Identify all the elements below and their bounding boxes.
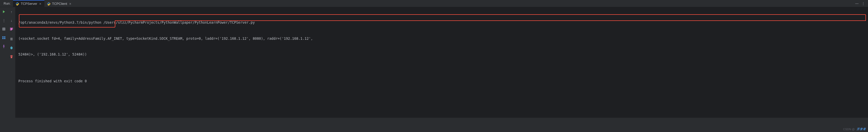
svg-point-1 <box>18 5 18 5</box>
run-toolbar-secondary: ↑ ↓ <box>8 7 15 118</box>
svg-point-3 <box>49 5 50 5</box>
svg-rect-7 <box>2 38 4 39</box>
soft-wrap-button[interactable] <box>9 27 14 32</box>
svg-point-9 <box>11 28 12 30</box>
more-actions-button[interactable]: ⋮ <box>1 18 6 23</box>
console-line: Process finished with exit code 0 <box>19 78 865 84</box>
close-icon[interactable]: × <box>39 2 42 6</box>
svg-rect-4 <box>2 28 5 31</box>
scroll-to-end-button[interactable] <box>9 37 14 42</box>
tab-label: TCPClient <box>52 2 67 6</box>
run-toolbar-primary: ⋮ <box>0 7 8 118</box>
python-file-icon <box>47 2 51 6</box>
pin-button[interactable] <box>1 44 6 49</box>
svg-point-2 <box>48 2 48 3</box>
layout-button[interactable] <box>1 35 6 40</box>
svg-point-0 <box>17 2 17 3</box>
python-file-icon <box>16 2 19 6</box>
tab-tcpserver[interactable]: TCPServer × <box>13 0 44 7</box>
rerun-button[interactable] <box>1 9 6 14</box>
print-button[interactable] <box>9 45 14 51</box>
more-icon[interactable]: ⋮ <box>862 2 865 5</box>
minimize-icon[interactable]: — <box>855 2 859 5</box>
svg-rect-8 <box>4 38 5 39</box>
console-line: /opt/anaconda3/envs/Python3.7/bin/python… <box>19 20 865 25</box>
console-line: (<socket.socket fd=4, family=AddressFami… <box>19 36 865 41</box>
scroll-up-button[interactable]: ↑ <box>9 9 14 14</box>
clear-all-button[interactable] <box>9 54 14 59</box>
run-panel-body: ⋮ ↑ ↓ /opt/anaconda3/envs/Python3.7/bin/… <box>0 7 868 118</box>
close-icon[interactable]: × <box>69 2 72 6</box>
run-label: Run: <box>0 2 13 5</box>
tab-label: TCPServer <box>21 2 37 6</box>
svg-rect-5 <box>2 36 4 37</box>
panel-header-actions: — ⋮ <box>855 2 868 5</box>
stop-button[interactable] <box>1 27 6 32</box>
tab-tcpclient[interactable]: TCPClient × <box>44 0 74 7</box>
svg-rect-6 <box>4 36 5 37</box>
svg-rect-11 <box>11 46 12 47</box>
run-panel-header: Run: TCPServer × TCPClient × — ⋮ <box>0 0 868 7</box>
console-line: 52484)>, ('192.168.1.12', 52484)) <box>19 52 865 57</box>
scroll-down-button[interactable]: ↓ <box>9 18 14 23</box>
svg-rect-12 <box>11 48 12 50</box>
run-tabs: TCPServer × TCPClient × <box>13 0 74 7</box>
console-output[interactable]: /opt/anaconda3/envs/Python3.7/bin/python… <box>15 7 868 118</box>
